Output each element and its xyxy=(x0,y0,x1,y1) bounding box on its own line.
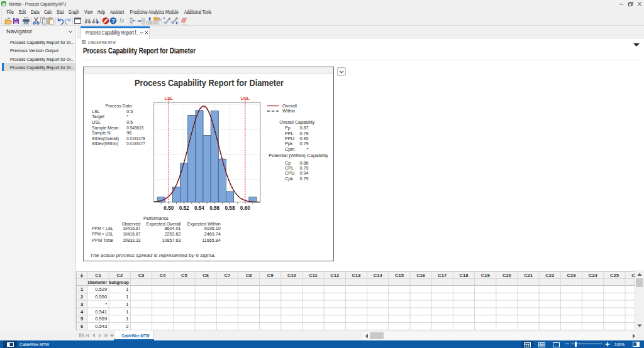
svg-text:Graph: Graph xyxy=(69,9,79,15)
svg-text:0.58: 0.58 xyxy=(225,205,235,211)
svg-text:C9: C9 xyxy=(267,273,274,278)
svg-text:Cpk: Cpk xyxy=(285,176,293,182)
svg-text:C11: C11 xyxy=(309,273,318,278)
svg-text:Stat: Stat xyxy=(57,9,64,15)
svg-text:0.0193477: 0.0193477 xyxy=(126,141,145,146)
svg-text:10416.67: 10416.67 xyxy=(123,226,140,231)
svg-text:100%: 100% xyxy=(614,342,625,347)
svg-text:C8: C8 xyxy=(246,273,252,278)
svg-text:C21: C21 xyxy=(524,273,533,278)
svg-text:10857.63: 10857.63 xyxy=(162,237,181,243)
svg-text:C1: C1 xyxy=(95,273,101,278)
svg-text:C10: C10 xyxy=(287,273,296,278)
svg-text:PPM Total: PPM Total xyxy=(92,237,113,243)
svg-text:Previous Version Output: Previous Version Output xyxy=(10,48,59,53)
svg-text:Cpm: Cpm xyxy=(285,146,294,152)
svg-text:Process Capability Report f...: Process Capability Report f... xyxy=(86,30,140,36)
svg-text:11665.84: 11665.84 xyxy=(202,237,220,243)
svg-text:Diameter: Diameter xyxy=(88,280,108,285)
svg-text:Subgroup: Subgroup xyxy=(109,280,129,285)
svg-text:Process Capability Report for: Process Capability Report for Diameter xyxy=(135,78,284,88)
svg-text:PPM > USL: PPM > USL xyxy=(92,231,113,237)
svg-text:Process Capability Report for: Process Capability Report for Di... xyxy=(10,57,74,62)
svg-text:C14: C14 xyxy=(374,273,383,278)
svg-text:The actual process spread is r: The actual process spread is represented… xyxy=(90,253,216,258)
svg-text:0.56: 0.56 xyxy=(209,205,219,211)
svg-text:1: 1 xyxy=(126,316,128,322)
svg-text:0.50: 0.50 xyxy=(164,205,174,211)
svg-text:C15: C15 xyxy=(395,273,404,278)
svg-text:LSL: LSL xyxy=(165,95,174,101)
svg-text:PPM < LSL: PPM < LSL xyxy=(92,226,113,231)
svg-text:*: * xyxy=(105,302,107,307)
svg-text:StDev(Within): StDev(Within) xyxy=(92,141,118,146)
svg-text:Help: Help xyxy=(97,9,105,15)
svg-text:2: 2 xyxy=(80,294,83,300)
svg-text:Assistant: Assistant xyxy=(110,9,125,15)
svg-text:6: 6 xyxy=(80,324,83,329)
svg-text:3: 3 xyxy=(80,302,83,307)
svg-text:?: ? xyxy=(111,18,115,24)
svg-text:C3: C3 xyxy=(138,273,145,278)
svg-text:0.54: 0.54 xyxy=(194,205,204,211)
svg-text:C12: C12 xyxy=(330,273,339,278)
svg-text:Within: Within xyxy=(282,108,295,114)
svg-text:USL: USL xyxy=(241,95,250,101)
svg-text:0.559: 0.559 xyxy=(95,316,107,322)
svg-text:Data: Data xyxy=(31,9,40,15)
svg-text:0.79: 0.79 xyxy=(300,141,309,146)
svg-text:Edit: Edit xyxy=(19,9,26,15)
svg-text:1: 1 xyxy=(126,294,128,300)
svg-text:20833.33: 20833.33 xyxy=(123,237,140,243)
svg-text:C6: C6 xyxy=(203,273,209,278)
svg-text:C7: C7 xyxy=(224,273,230,278)
svg-text:C18: C18 xyxy=(460,273,469,278)
svg-text:9196.10: 9196.10 xyxy=(204,226,221,231)
svg-text:C22: C22 xyxy=(545,273,554,278)
svg-text:2: 2 xyxy=(126,324,128,329)
svg-text:C5: C5 xyxy=(181,273,187,278)
svg-text:C19: C19 xyxy=(481,273,490,278)
svg-text:CABLEWIRE.MTW: CABLEWIRE.MTW xyxy=(88,40,116,45)
svg-text:0.52: 0.52 xyxy=(179,205,189,211)
svg-text:C25: C25 xyxy=(610,273,619,278)
svg-text:0.550: 0.550 xyxy=(95,294,107,300)
svg-text:Navigator: Navigator xyxy=(6,28,32,35)
svg-text:8604.01: 8604.01 xyxy=(165,226,181,231)
svg-text:1: 1 xyxy=(126,309,128,315)
svg-text:Potential (Within) Capability: Potential (Within) Capability xyxy=(269,153,328,158)
svg-text:Process Capability Report for: Process Capability Report for Di... xyxy=(10,40,74,45)
svg-text:C4: C4 xyxy=(160,273,166,278)
svg-text:0.79: 0.79 xyxy=(300,176,309,182)
svg-text:File: File xyxy=(7,9,14,15)
svg-text:1: 1 xyxy=(126,302,128,307)
svg-text:1: 1 xyxy=(126,286,128,292)
svg-text:Ppk: Ppk xyxy=(285,141,293,146)
svg-text:C2: C2 xyxy=(116,273,123,278)
svg-text:10416.67: 10416.67 xyxy=(123,231,140,237)
svg-text:View: View xyxy=(84,9,93,15)
svg-text:Calc: Calc xyxy=(44,9,52,15)
svg-text:2469.74: 2469.74 xyxy=(204,231,221,237)
svg-text:Additional Tools: Additional Tools xyxy=(184,9,211,15)
svg-text:Overall Capability: Overall Capability xyxy=(279,119,314,125)
svg-text:C23: C23 xyxy=(567,273,576,278)
svg-text:0.541: 0.541 xyxy=(95,309,107,315)
svg-text:C16: C16 xyxy=(416,273,425,278)
svg-text:Process Capability Report for: Process Capability Report for Di... xyxy=(10,65,74,70)
svg-text:Process Data: Process Data xyxy=(105,103,131,109)
svg-text:0.543: 0.543 xyxy=(95,324,107,329)
svg-text:Performance: Performance xyxy=(143,215,169,221)
svg-text:C13: C13 xyxy=(352,273,361,278)
svg-text:C17: C17 xyxy=(438,273,447,278)
svg-text:Predictive Analytics Module: Predictive Analytics Module xyxy=(130,9,179,15)
svg-text:Process Capability Report for: Process Capability Report for Diameter xyxy=(83,46,196,55)
svg-text:2253.62: 2253.62 xyxy=(165,231,181,237)
svg-text:*: * xyxy=(307,146,309,152)
svg-text:C24: C24 xyxy=(589,273,598,278)
svg-text:0.60: 0.60 xyxy=(240,205,250,211)
svg-text:C20: C20 xyxy=(502,273,511,278)
svg-text:CableWire.MTW: CableWire.MTW xyxy=(121,333,150,339)
svg-text:Minitab - Process Capability.M: Minitab - Process Capability.MPJ xyxy=(9,1,66,7)
svg-text:0.529: 0.529 xyxy=(95,286,107,292)
